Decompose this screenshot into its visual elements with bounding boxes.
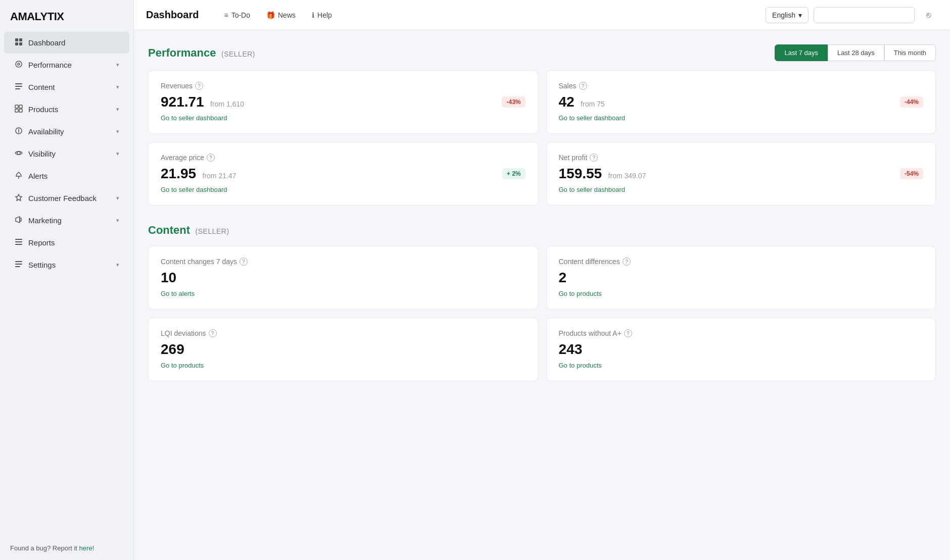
alerts-icon (14, 171, 23, 181)
time-filter-7days[interactable]: Last 7 days (775, 44, 828, 61)
card-avg-price: Average price ? 21.95 from 21.47 + 2% Go… (148, 142, 538, 206)
svg-rect-11 (15, 109, 18, 112)
net-profit-badge: -54% (900, 168, 923, 179)
sidebar-item-label-products: Products (28, 105, 58, 114)
sidebar-item-availability[interactable]: Availability ▾ (4, 121, 129, 142)
content-icon (14, 82, 23, 92)
svg-rect-10 (19, 105, 22, 108)
search-input[interactable] (814, 7, 915, 23)
avg-price-value: 21.95 (161, 166, 196, 181)
content-differences-link[interactable]: Go to products (559, 290, 602, 297)
sidebar-nav: Dashboard Performance ▾ Content ▾ Produc… (0, 31, 133, 536)
performance-cards-grid: Revenues ? 921.71 from 1,610 -43% Go to … (148, 70, 936, 206)
content-title: Content (148, 224, 190, 236)
topbar-nav-news[interactable]: 🎁 News (259, 7, 303, 23)
sidebar-item-label-availability: Availability (28, 127, 64, 136)
content-changes-value-row: 10 (161, 270, 526, 286)
sales-link[interactable]: Go to seller dashboard (559, 114, 626, 122)
card-net-profit: Net profit ? 159.55 from 349.07 -54% Go … (546, 142, 936, 206)
visibility-icon (14, 149, 23, 159)
topbar: Dashboard ≡ To-Do 🎁 News ℹ Help English … (134, 0, 950, 30)
sidebar-item-label-settings: Settings (28, 261, 56, 269)
lqi-deviations-label: LQI deviations ? (161, 329, 526, 337)
card-sales: Sales ? 42 from 75 -44% Go to seller das… (546, 70, 936, 134)
sidebar-item-reports[interactable]: Reports (4, 232, 129, 253)
svg-rect-1 (19, 38, 22, 41)
revenues-link[interactable]: Go to seller dashboard (161, 114, 227, 122)
chevron-icon: ▾ (116, 128, 119, 135)
svg-rect-24 (15, 264, 22, 265)
svg-rect-22 (15, 244, 22, 245)
lqi-deviations-value-row: 269 (161, 341, 526, 358)
net-profit-value: 159.55 (559, 166, 602, 181)
sales-label: Sales ? (559, 82, 924, 90)
content-changes-link[interactable]: Go to alerts (161, 290, 195, 297)
sales-info-icon[interactable]: ? (579, 82, 587, 90)
content-area: Performance (SELLER) Last 7 daysLast 28 … (134, 30, 950, 560)
avg-price-value-group: 21.95 from 21.47 (161, 166, 236, 182)
net-profit-link[interactable]: Go to seller dashboard (559, 186, 626, 193)
net-profit-info-icon[interactable]: ? (590, 154, 598, 162)
products-without-a-plus-info-icon[interactable]: ? (624, 329, 632, 337)
time-filter-28days[interactable]: Last 28 days (828, 44, 884, 61)
sales-from: from 75 (581, 100, 604, 108)
sidebar-item-performance[interactable]: Performance ▾ (4, 54, 129, 76)
avg-price-link[interactable]: Go to seller dashboard (161, 186, 227, 193)
revenues-info-icon[interactable]: ? (195, 82, 203, 90)
app-logo: AMALYTIX (0, 0, 133, 31)
svg-rect-25 (15, 266, 20, 267)
topbar-nav-label-todo: To-Do (231, 11, 250, 19)
svg-rect-8 (15, 88, 20, 89)
sidebar-item-settings[interactable]: Settings ▾ (4, 254, 129, 276)
svg-point-5 (18, 63, 20, 65)
sidebar-item-label-performance: Performance (28, 61, 72, 69)
sidebar-item-marketing[interactable]: Marketing ▾ (4, 210, 129, 231)
products-without-a-plus-value-row: 243 (559, 341, 924, 358)
chevron-icon: ▾ (116, 217, 119, 224)
card-content-changes: Content changes 7 days ? 10 Go to alerts (148, 246, 538, 310)
sidebar-item-dashboard[interactable]: Dashboard (4, 32, 129, 54)
performance-subtitle: (SELLER) (221, 50, 255, 58)
sidebar-footer: Found a bug? Report it here! (0, 536, 133, 560)
sales-badge: -44% (900, 96, 923, 108)
svg-point-17 (18, 178, 19, 179)
content-changes-value: 10 (161, 270, 176, 285)
revenues-from: from 1,610 (210, 100, 244, 108)
avg-price-value-row: 21.95 from 21.47 + 2% (161, 166, 526, 182)
content-changes-info-icon[interactable]: ? (240, 258, 248, 266)
sidebar-item-content[interactable]: Content ▾ (4, 76, 129, 98)
time-filter-month[interactable]: This month (884, 44, 936, 61)
card-content-differences: Content differences ? 2 Go to products (546, 246, 936, 310)
svg-rect-21 (15, 241, 22, 242)
svg-rect-20 (15, 239, 22, 240)
sidebar-item-label-alerts: Alerts (28, 172, 48, 180)
bug-report-link[interactable]: here (79, 544, 92, 552)
avg-price-info-icon[interactable]: ? (207, 154, 215, 162)
net-profit-from: from 349.07 (608, 172, 646, 180)
language-selector[interactable]: English ▾ (766, 7, 809, 23)
lqi-deviations-link[interactable]: Go to products (161, 362, 204, 369)
sidebar-item-alerts[interactable]: Alerts (4, 165, 129, 187)
content-changes-value-group: 10 (161, 270, 176, 286)
lqi-deviations-info-icon[interactable]: ? (209, 329, 217, 337)
sidebar-item-products[interactable]: Products ▾ (4, 98, 129, 120)
topbar-right: English ▾ ⎋ (766, 6, 938, 24)
logout-button[interactable]: ⎋ (920, 6, 938, 24)
content-differences-info-icon[interactable]: ? (623, 258, 631, 266)
svg-rect-19 (20, 218, 21, 221)
sidebar-item-customer-feedback[interactable]: Customer Feedback ▾ (4, 187, 129, 209)
svg-rect-3 (19, 42, 22, 45)
topbar-nav-help[interactable]: ℹ Help (305, 7, 339, 23)
products-without-a-plus-link[interactable]: Go to products (559, 362, 602, 369)
topbar-nav-todo[interactable]: ≡ To-Do (217, 7, 257, 23)
sidebar-item-label-dashboard: Dashboard (28, 38, 65, 47)
svg-point-15 (17, 151, 20, 155)
chevron-icon: ▾ (116, 195, 119, 201)
topbar-nav-label-help: Help (317, 11, 332, 19)
products-icon (14, 105, 23, 114)
chevron-icon: ▾ (116, 150, 119, 157)
marketing-icon (14, 216, 23, 225)
revenues-badge: -43% (502, 96, 525, 108)
performance-section: Performance (SELLER) Last 7 daysLast 28 … (148, 44, 936, 206)
sidebar-item-visibility[interactable]: Visibility ▾ (4, 143, 129, 165)
